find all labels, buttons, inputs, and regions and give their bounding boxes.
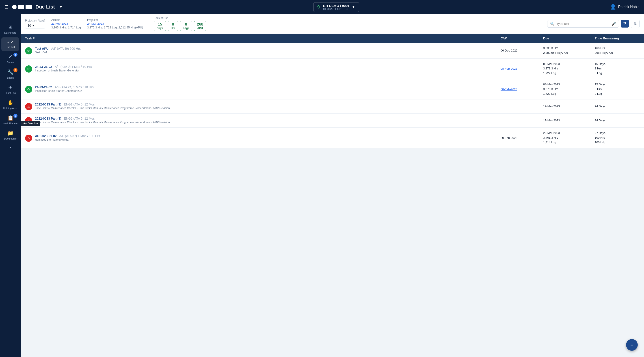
time-cell: 24 Days — [595, 104, 640, 109]
sidebar-item-holding-area[interactable]: ✋ Holding Area — [1, 98, 19, 112]
work-planner-badge: 8 — [14, 114, 18, 118]
search-box: 🔍 🎤 — [547, 20, 619, 27]
task-meta: A/F (ATA 0) 1 Mos / 10 Hrs — [55, 65, 92, 68]
task-details: 24-23-21-02 A/F (ATA 24) 1 Mos / 10 Hrs … — [35, 85, 498, 92]
sidebar-item-snags[interactable]: 4 🔧 Snags — [1, 67, 19, 81]
sidebar-item-label: Flight Log — [5, 92, 16, 94]
task-cell: ⚠ AD-2023-01-02 A/F (ATA 57) 1 Mos / 100… — [25, 134, 498, 142]
aircraft-info: BH-DEMO / 9001 GLOBAL EXPRESS — [323, 4, 350, 10]
search-input[interactable] — [556, 22, 610, 25]
table-row: ⟳ 24-23-21-02 A/F (ATA 24) 1 Mos / 10 Hr… — [20, 79, 644, 99]
aircraft-type: GLOBAL EXPRESS — [323, 7, 350, 10]
logo-dot-1 — [12, 5, 16, 9]
col-cw: C/W — [500, 36, 541, 40]
sidebar: ⌃ ⊞ Dashboard ✓✓ Due List 3 ✔ Status 4 🔧… — [0, 14, 20, 357]
sidebar-scroll-up[interactable]: ⌃ — [9, 17, 12, 21]
projection-value: 30 — [28, 24, 31, 27]
time-cell: 468 Hrs268 Hrs(APU) — [595, 46, 640, 55]
task-details: 2022-0033 Par. (3) ENG1 (ATA 5) 12 Mos T… — [35, 103, 498, 110]
due-badge-ldgs: 8Ldgs — [180, 21, 192, 31]
task-meta: A/F (ATA 49) 500 Hrs — [51, 47, 81, 50]
sidebar-item-label: Holding Area — [3, 107, 18, 110]
aircraft-id: BH-DEMO / 9001 — [323, 4, 350, 7]
sidebar-item-documents[interactable]: 📁 Documents — [1, 128, 19, 142]
col-due: Due — [543, 36, 592, 40]
sort-button[interactable]: ⇅ — [631, 20, 640, 28]
aircraft-icon: ✈ — [317, 4, 321, 10]
table-row: ⚠ 2022-0033 Par. (3) ENG1 (ATA 5) 12 Mos… — [20, 99, 644, 114]
due-cell: 20-Mar-20233,465.3 Hrs1,814 Ldg — [543, 131, 592, 145]
task-details: AD-2023-01-02 A/F (ATA 57) 1 Mos / 100 H… — [35, 134, 498, 141]
table-row: ⚠ AD-2023-01-02 A/F (ATA 57) 1 Mos / 100… — [20, 128, 644, 148]
task-description: Replaced the Plate of wings. — [35, 138, 498, 141]
task-details: Test APU A/F (ATA 49) 500 Hrs Test UOM — [35, 47, 498, 54]
due-badge-days: 15Days — [154, 21, 166, 31]
app-title-chevron[interactable]: ▼ — [60, 5, 62, 9]
sidebar-item-status[interactable]: 3 ✔ Status — [1, 52, 19, 66]
col-task: Task # — [25, 36, 498, 40]
sidebar-item-label: Dashboard — [4, 31, 16, 34]
aircraft-selector[interactable]: ✈ BH-DEMO / 9001 GLOBAL EXPRESS ▼ — [313, 2, 359, 12]
actuals-data: 3,365.3 Hrs, 1,714 Ldg — [51, 26, 81, 29]
cw-link[interactable]: 08-Feb-2023 — [500, 67, 517, 70]
sidebar-item-due-list[interactable]: ✓✓ Due List — [1, 37, 19, 51]
search-area: 🔍 🎤 ⧩ ⇅ — [547, 20, 640, 28]
actuals-section: Actuals 21-Feb-2023 3,365.3 Hrs, 1,714 L… — [51, 18, 81, 29]
earliest-due-section: Earliest Due 15Days 8Hrs 8Ldgs 268APU — [154, 16, 206, 31]
snags-icon: 🔧 — [8, 69, 14, 75]
projected-date: 24-Mar-2023 — [87, 22, 143, 25]
task-table: Task # C/W Due Time Remaining ⟳ Test APU… — [20, 34, 644, 357]
search-icon: 🔍 — [550, 22, 554, 26]
navbar-center: ✈ BH-DEMO / 9001 GLOBAL EXPRESS ▼ — [313, 2, 359, 12]
cw-link[interactable]: 08-Feb-2023 — [500, 88, 517, 91]
projection-chevron-icon: ▾ — [32, 24, 34, 27]
sidebar-item-flight-log[interactable]: ✈ Flight Log — [1, 82, 19, 97]
task-type-icon: ⚠ — [25, 103, 32, 110]
sidebar-item-dashboard[interactable]: ⊞ Dashboard — [1, 22, 19, 36]
sidebar-item-label: Work Planner — [3, 122, 18, 125]
task-cell: ⟳ 24-23-21-02 A/F (ATA 24) 1 Mos / 10 Hr… — [25, 85, 498, 93]
table-row: ⟳ 24-23-21-02 A/F (ATA 0) 1 Mos / 10 Hrs… — [20, 59, 644, 79]
microphone-icon[interactable]: 🎤 — [612, 22, 616, 26]
sidebar-item-work-planner[interactable]: 8 📋 Work Planner — [1, 113, 19, 127]
table-row: ⚠ 2022-0033 Par. (3) ENG2 (ATA 5) 12 Mos… — [20, 114, 644, 128]
sidebar-item-label: Documents — [4, 137, 16, 140]
cw-cell: 08-Feb-2023 — [500, 88, 541, 91]
navbar: ☰ Due List ▼ ✈ BH-DEMO / 9001 GLOBAL EXP… — [0, 0, 644, 14]
filter-button[interactable]: ⧩ — [621, 20, 629, 27]
task-cell: ⟳ Test APU A/F (ATA 49) 500 Hrs Test UOM — [25, 47, 498, 54]
sidebar-scroll-down[interactable]: ⌄ — [9, 144, 12, 149]
time-cell: 15 Days8 Hrs8 Ldg — [595, 82, 640, 96]
task-cell: ⚠ 2022-0033 Par. (3) ENG1 (ATA 5) 12 Mos… — [25, 103, 498, 110]
cw-cell: 20-Feb-2023 — [500, 136, 541, 140]
task-meta: A/F (ATA 57) 1 Mos / 100 Hrs — [59, 134, 100, 138]
status-icon: ✔ — [8, 54, 12, 60]
logo — [12, 5, 32, 9]
time-cell: 24 Days — [595, 118, 640, 123]
projected-data: 3,375.3 Hrs, 1,722 Ldg, 2,012.95 Hrs(APU… — [87, 26, 143, 29]
fab-button[interactable]: ≡ — [626, 339, 638, 351]
earliest-due-label: Earliest Due — [154, 16, 206, 20]
due-cell: 17-Mar-2023 — [543, 104, 592, 109]
col-time: Time Remaining — [595, 36, 640, 40]
task-description: Inspection Brush Starter Generator #02 — [35, 89, 498, 92]
status-badge: 3 — [14, 53, 18, 57]
due-list-icon: ✓✓ — [7, 40, 14, 44]
projection-dropdown[interactable]: 30 ▾ — [25, 23, 45, 28]
task-type-icon: ⟳ — [25, 86, 32, 93]
sidebar-item-label: Due List — [6, 46, 15, 49]
task-description: Test UOM — [35, 51, 498, 54]
documents-icon: 📁 — [8, 130, 14, 136]
task-cell: ⚠ 2022-0033 Par. (3) ENG2 (ATA 5) 12 Mos… — [25, 117, 498, 124]
user-avatar-icon: 👤 — [610, 4, 616, 10]
due-badge-apu: 268APU — [194, 21, 206, 31]
aircraft-chevron-icon: ▼ — [352, 5, 356, 9]
task-title: 24-23-21-02 A/F (ATA 24) 1 Mos / 10 Hrs — [35, 85, 498, 89]
navbar-left: ☰ Due List ▼ — [4, 4, 62, 10]
task-title: Test APU A/F (ATA 49) 500 Hrs — [35, 47, 498, 50]
task-type-icon: ⚠ — [25, 117, 32, 124]
task-type-icon: ⟳ — [25, 47, 32, 54]
due-cell: 17-Mar-2023 — [543, 118, 592, 123]
snags-badge: 4 — [14, 68, 18, 72]
hamburger-icon[interactable]: ☰ — [4, 4, 8, 10]
